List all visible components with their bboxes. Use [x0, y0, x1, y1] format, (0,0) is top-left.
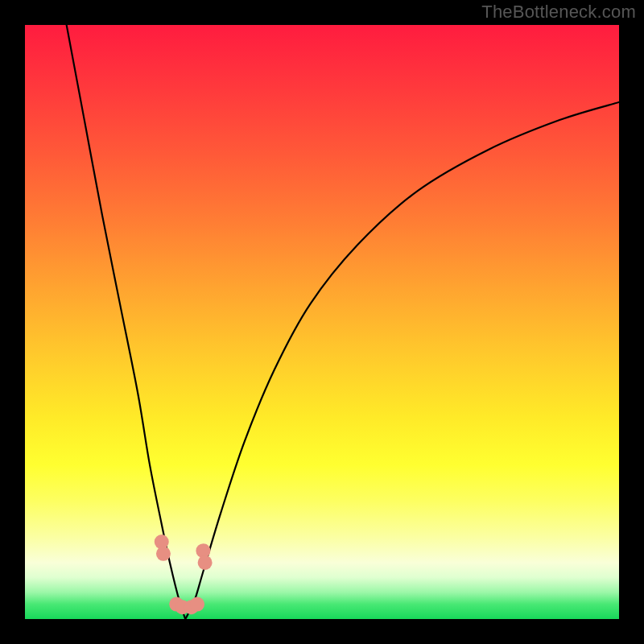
marker-point [190, 597, 204, 612]
marker-point [156, 547, 171, 561]
marker-point [198, 555, 213, 570]
chart-plot-area [25, 25, 619, 619]
watermark-text: TheBottleneck.com [481, 2, 636, 23]
gradient-background [25, 25, 619, 619]
chart-frame: TheBottleneck.com [0, 0, 644, 644]
chart-svg [25, 25, 619, 619]
